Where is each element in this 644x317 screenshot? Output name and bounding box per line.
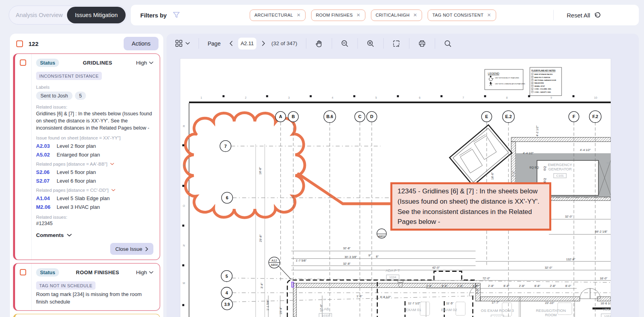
reset-all-button[interactable]: Reset All xyxy=(567,12,600,19)
divider xyxy=(435,38,435,49)
edge-tick xyxy=(182,185,184,187)
page-number-input[interactable]: A2.11 xyxy=(238,38,256,50)
dimension-label: 2'-8" xyxy=(457,284,463,288)
sheet-code-link[interactable]: S2.07 xyxy=(36,178,53,184)
section-related-pages-2[interactable]: Related pages [distance = CC'-DD"] xyxy=(36,188,153,193)
filter-chip-tag-not-consistent[interactable]: TAG NOT CONSISTENT✕ xyxy=(428,10,496,21)
zoom-in-button[interactable] xyxy=(367,40,375,48)
label-count-pill[interactable]: 5 xyxy=(75,92,86,100)
remove-chip-icon[interactable]: ✕ xyxy=(297,13,301,17)
ruler-tick xyxy=(354,95,355,97)
dimension-label: EQ xyxy=(543,166,547,170)
keynote-number: 4 xyxy=(532,82,533,84)
grid-row-letter: P xyxy=(183,164,185,167)
ruler-tick xyxy=(266,95,268,97)
room-label: EXAM 01 xyxy=(405,307,421,312)
edge-letters: RPONM xyxy=(182,125,185,306)
grid-row-letter: O xyxy=(183,204,185,207)
ruler-number: 2 xyxy=(245,96,247,99)
remove-chip-icon[interactable]: ✕ xyxy=(413,13,417,17)
remove-chip-icon[interactable]: ✕ xyxy=(487,13,491,17)
section-related-pages-1[interactable]: Related pages [distance = AA'-BB"] xyxy=(36,162,153,166)
sheet-link-row[interactable]: A1.04 Level 5 Slab Edge plan xyxy=(36,195,153,201)
marquee-select-button[interactable] xyxy=(392,40,400,48)
sheet-code-link[interactable]: A1.04 xyxy=(36,195,53,201)
priority-value: High xyxy=(136,60,147,66)
edge-tick xyxy=(182,304,184,306)
priority-value: High xyxy=(136,269,147,275)
print-button[interactable] xyxy=(418,40,426,48)
dimension-label: 9" xyxy=(369,254,371,257)
rotated-structure xyxy=(449,125,512,185)
filter-chip-architectural[interactable]: ARCHITECTURAL✕ xyxy=(250,10,306,21)
filter-chip-room-finishes[interactable]: ROOM FINISHES✕ xyxy=(311,10,365,21)
zoom-out-button[interactable] xyxy=(341,40,349,48)
filter-bar: Filters by ARCHITECTURAL✕ ROOM FINISHES✕… xyxy=(131,5,639,25)
search-button[interactable] xyxy=(444,40,452,48)
keynote-number: 3 xyxy=(532,79,533,81)
issue-card-gridlines[interactable]: Status GRIDLINES High INCONSISTENT DISTA… xyxy=(13,53,160,260)
room-label: ADA P T xyxy=(386,268,400,273)
chip-label: TAG NOT CONSISTENT xyxy=(432,13,483,17)
filters-label: Filters by xyxy=(140,12,167,19)
issue-annotation-callout[interactable]: 12345 - Gridlines [6] & [7] : In the she… xyxy=(390,182,551,231)
dimension-label: 18'-8" xyxy=(258,167,262,174)
revision-cloud-annotation[interactable] xyxy=(184,113,305,218)
thumbnail-grid-button[interactable] xyxy=(175,40,190,47)
priority-dropdown[interactable]: High xyxy=(136,269,153,275)
close-issue-label: Close Issue xyxy=(115,246,142,252)
issue-category: ROOM FINISHES xyxy=(59,269,136,275)
chevron-down-icon[interactable] xyxy=(111,189,115,191)
dimension-label: 30'-3 3/8" xyxy=(344,255,357,259)
sheet-link-row[interactable]: M2.06 Level 3 HVAC plan xyxy=(36,204,153,210)
room-label: VEST xyxy=(603,307,611,311)
dimension-label: 11'-7 1/2" xyxy=(408,302,420,305)
issue-description: Gridlines [6] & [7] : In the sheets belo… xyxy=(36,111,153,132)
select-all-checkbox[interactable] xyxy=(16,40,23,47)
dimension-label: 18'-6" xyxy=(491,172,494,180)
remove-chip-icon[interactable]: ✕ xyxy=(356,13,360,17)
sheet-link-row[interactable]: A2.03 Level 2 floor plan xyxy=(36,143,153,149)
filter-chip-critical-high[interactable]: CRITICAL/HIGH✕ xyxy=(371,10,422,21)
related-issue-ref[interactable]: #12345 xyxy=(36,221,153,226)
filter-funnel-icon[interactable] xyxy=(172,11,180,19)
status-badge[interactable]: Status xyxy=(36,268,59,277)
tab-analysis-overview[interactable]: Analysis Overview xyxy=(9,12,67,18)
pan-tool-button[interactable] xyxy=(315,40,323,48)
sheet-link-row[interactable]: A5.02 Enlarged floor plan xyxy=(36,152,153,158)
chip-label: ROOM FINISHES xyxy=(316,13,353,17)
marquee-select-icon xyxy=(392,40,400,48)
room-label: LAB xyxy=(322,307,329,311)
grid-row-label: 5 xyxy=(225,274,228,279)
divider xyxy=(199,38,199,49)
issue-checkbox[interactable] xyxy=(20,59,26,66)
issue-card-peek[interactable] xyxy=(13,314,160,317)
section-title: Related pages [distance = CC'-DD"] xyxy=(36,188,109,193)
status-badge[interactable]: Status xyxy=(36,59,59,67)
sheet-link-row[interactable]: S2.06 Level 5 floor plan xyxy=(36,169,153,175)
previous-page-button[interactable] xyxy=(229,41,233,46)
sheet-code-link[interactable]: A5.02 xyxy=(36,152,53,158)
sheet-code-link[interactable]: M2.06 xyxy=(36,204,53,210)
sheet-code-link[interactable]: S2.06 xyxy=(36,169,53,175)
chevron-down-icon[interactable] xyxy=(110,163,114,165)
priority-dropdown[interactable]: High xyxy=(136,60,153,66)
room-label: EXAM 02 xyxy=(441,307,457,312)
close-issue-button[interactable]: Close Issue xyxy=(110,243,153,255)
sheet-link-row[interactable]: S2.07 Level 6 floor plan xyxy=(36,178,153,184)
next-page-button[interactable] xyxy=(262,41,265,46)
tab-issues-mitigation[interactable]: Issues Mitigation xyxy=(67,7,126,23)
issue-card-room-finishes[interactable]: Status ROOM FINISHES High TAG NOT IN SCH… xyxy=(13,263,160,311)
label-pill[interactable]: Sent to Josh xyxy=(36,92,73,100)
issue-checkbox[interactable] xyxy=(20,269,26,275)
app: Analysis Overview Issues Mitigation Filt… xyxy=(0,0,644,317)
dimension-label: 32'-8" xyxy=(343,246,350,250)
sheet-code-link[interactable]: A2.03 xyxy=(36,143,53,149)
ruler-number: 9 xyxy=(550,96,552,99)
grid-row-letter: N xyxy=(183,244,185,247)
dimension-label: 3'-4" xyxy=(260,283,264,288)
comments-toggle[interactable]: Comments xyxy=(36,232,153,238)
actions-button[interactable]: Actions xyxy=(124,37,159,50)
dimension-label: 7'-1" xyxy=(512,171,515,177)
sheet-page[interactable]: 12345678910 RPONM ABB.6CDEE.2FF.2 76543.… xyxy=(180,59,611,317)
